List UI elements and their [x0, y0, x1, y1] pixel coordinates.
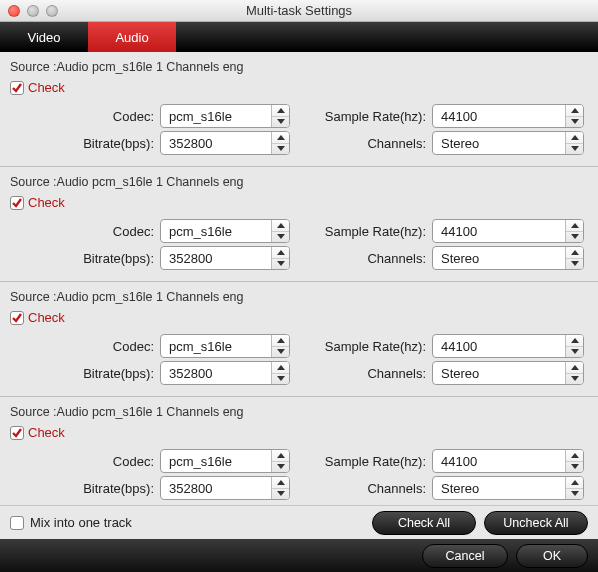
svg-marker-26	[571, 453, 579, 458]
codec-select-stepper[interactable]	[271, 105, 289, 127]
chevron-up-icon[interactable]	[566, 362, 583, 374]
samplerate-select-stepper[interactable]	[565, 105, 583, 127]
samplerate-select[interactable]: 44100	[432, 219, 584, 243]
mix-checkbox[interactable]	[10, 516, 24, 530]
samplerate-select[interactable]: 44100	[432, 104, 584, 128]
channels-select[interactable]: Stereo	[432, 361, 584, 385]
chevron-down-icon[interactable]	[566, 462, 583, 473]
footer-options: Mix into one track Check All Uncheck All	[0, 505, 598, 539]
codec-select-stepper[interactable]	[271, 450, 289, 472]
ok-button[interactable]: OK	[516, 544, 588, 568]
bitrate-select-stepper[interactable]	[271, 247, 289, 269]
svg-marker-28	[277, 480, 285, 485]
cancel-button[interactable]: Cancel	[422, 544, 508, 568]
chevron-down-icon[interactable]	[566, 144, 583, 155]
bitrate-select-stepper[interactable]	[271, 362, 289, 384]
bitrate-select-value[interactable]: 352800	[161, 366, 271, 381]
samplerate-select-stepper[interactable]	[565, 450, 583, 472]
uncheck-all-button[interactable]: Uncheck All	[484, 511, 588, 535]
chevron-down-icon[interactable]	[272, 144, 289, 155]
track-check[interactable]	[10, 311, 24, 325]
samplerate-select-stepper[interactable]	[565, 220, 583, 242]
codec-label: Codec:	[10, 339, 160, 354]
channels-select-stepper[interactable]	[565, 132, 583, 154]
channels-select-value[interactable]: Stereo	[433, 366, 565, 381]
track-check[interactable]	[10, 196, 24, 210]
channels-select-stepper[interactable]	[565, 362, 583, 384]
chevron-up-icon[interactable]	[272, 477, 289, 489]
codec-select-value[interactable]: pcm_s16le	[161, 109, 271, 124]
svg-marker-2	[571, 108, 579, 113]
codec-select-stepper[interactable]	[271, 220, 289, 242]
codec-select-value[interactable]: pcm_s16le	[161, 224, 271, 239]
chevron-up-icon[interactable]	[272, 335, 289, 347]
chevron-down-icon[interactable]	[272, 347, 289, 358]
codec-select[interactable]: pcm_s16le	[160, 449, 290, 473]
chevron-down-icon[interactable]	[566, 374, 583, 385]
bitrate-select-stepper[interactable]	[271, 477, 289, 499]
chevron-down-icon[interactable]	[272, 117, 289, 128]
chevron-up-icon[interactable]	[272, 105, 289, 117]
chevron-down-icon[interactable]	[566, 347, 583, 358]
bitrate-select[interactable]: 352800	[160, 476, 290, 500]
chevron-up-icon[interactable]	[272, 132, 289, 144]
chevron-up-icon[interactable]	[566, 105, 583, 117]
bitrate-select[interactable]: 352800	[160, 361, 290, 385]
chevron-down-icon[interactable]	[272, 232, 289, 243]
chevron-down-icon[interactable]	[566, 259, 583, 270]
codec-select-value[interactable]: pcm_s16le	[161, 454, 271, 469]
codec-select-value[interactable]: pcm_s16le	[161, 339, 271, 354]
mix-label: Mix into one track	[30, 515, 132, 530]
channels-select-value[interactable]: Stereo	[433, 481, 565, 496]
chevron-down-icon[interactable]	[272, 374, 289, 385]
chevron-down-icon[interactable]	[566, 489, 583, 500]
chevron-up-icon[interactable]	[566, 335, 583, 347]
channels-select[interactable]: Stereo	[432, 246, 584, 270]
codec-select[interactable]: pcm_s16le	[160, 334, 290, 358]
chevron-up-icon[interactable]	[566, 477, 583, 489]
chevron-up-icon[interactable]	[566, 247, 583, 259]
samplerate-select[interactable]: 44100	[432, 449, 584, 473]
bitrate-label: Bitrate(bps):	[10, 366, 160, 381]
track-check[interactable]	[10, 426, 24, 440]
codec-select[interactable]: pcm_s16le	[160, 219, 290, 243]
codec-select[interactable]: pcm_s16le	[160, 104, 290, 128]
check-all-button[interactable]: Check All	[372, 511, 476, 535]
bitrate-select-stepper[interactable]	[271, 132, 289, 154]
samplerate-select-stepper[interactable]	[565, 335, 583, 357]
bitrate-select-value[interactable]: 352800	[161, 481, 271, 496]
mix-into-one-track[interactable]: Mix into one track	[10, 515, 132, 530]
bitrate-select-value[interactable]: 352800	[161, 251, 271, 266]
bitrate-select[interactable]: 352800	[160, 246, 290, 270]
codec-select-stepper[interactable]	[271, 335, 289, 357]
chevron-up-icon[interactable]	[566, 220, 583, 232]
samplerate-select[interactable]: 44100	[432, 334, 584, 358]
chevron-down-icon[interactable]	[566, 232, 583, 243]
chevron-up-icon[interactable]	[566, 132, 583, 144]
chevron-down-icon[interactable]	[272, 489, 289, 500]
bitrate-select-value[interactable]: 352800	[161, 136, 271, 151]
chevron-up-icon[interactable]	[272, 247, 289, 259]
chevron-up-icon[interactable]	[272, 450, 289, 462]
samplerate-select-value[interactable]: 44100	[433, 109, 565, 124]
samplerate-select-value[interactable]: 44100	[433, 454, 565, 469]
chevron-down-icon[interactable]	[272, 259, 289, 270]
samplerate-select-value[interactable]: 44100	[433, 224, 565, 239]
tab-audio[interactable]: Audio	[88, 22, 176, 52]
chevron-down-icon[interactable]	[272, 462, 289, 473]
track-check[interactable]	[10, 81, 24, 95]
chevron-up-icon[interactable]	[272, 220, 289, 232]
samplerate-select-value[interactable]: 44100	[433, 339, 565, 354]
chevron-up-icon[interactable]	[566, 450, 583, 462]
channels-select-value[interactable]: Stereo	[433, 251, 565, 266]
codec-label: Codec:	[10, 109, 160, 124]
chevron-down-icon[interactable]	[566, 117, 583, 128]
chevron-up-icon[interactable]	[272, 362, 289, 374]
channels-select-value[interactable]: Stereo	[433, 136, 565, 151]
channels-select[interactable]: Stereo	[432, 476, 584, 500]
channels-select-stepper[interactable]	[565, 247, 583, 269]
channels-select-stepper[interactable]	[565, 477, 583, 499]
bitrate-select[interactable]: 352800	[160, 131, 290, 155]
channels-select[interactable]: Stereo	[432, 131, 584, 155]
tab-video[interactable]: Video	[0, 22, 88, 52]
